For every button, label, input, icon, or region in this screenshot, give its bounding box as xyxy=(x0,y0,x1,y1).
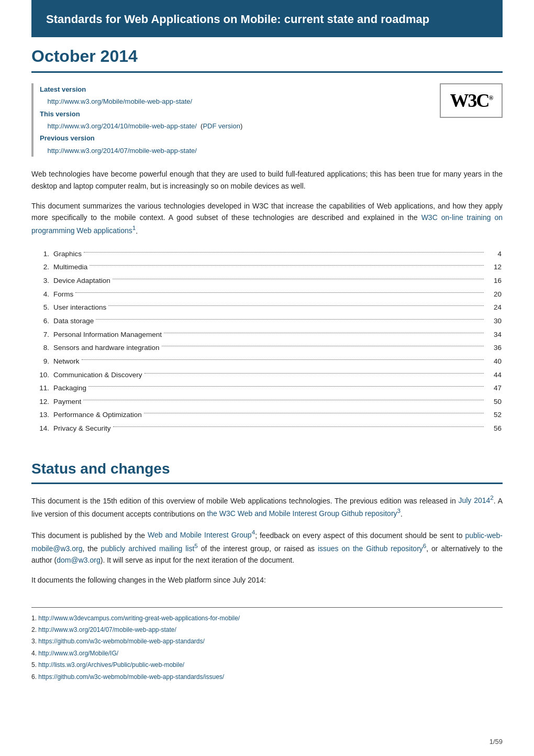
archived-list-link[interactable]: publicly archived mailing list5 xyxy=(101,544,198,553)
footnote-item: 1. http://www.w3devcampus.com/writing-gr… xyxy=(31,613,503,623)
toc-dots xyxy=(162,339,484,346)
intro-p1: Web technologies have become powerful en… xyxy=(31,168,503,192)
footnote-item: 3. https://github.com/w3c-webmob/mobile-… xyxy=(31,636,503,647)
toc-num: 5. xyxy=(32,301,53,314)
latest-version-label: Latest version xyxy=(40,85,86,93)
toc-label[interactable]: Graphics xyxy=(53,247,82,261)
this-version-link[interactable]: http://www.w3.org/2014/10/mobile-web-app… xyxy=(47,122,196,130)
footnote-link[interactable]: http://www.w3.org/2014/07/mobile-web-app… xyxy=(38,626,176,633)
toc-dots xyxy=(96,312,484,320)
toc-page: 16 xyxy=(486,274,502,288)
toc-num: 13. xyxy=(32,408,53,422)
footnote-item: 6. https://github.com/w3c-webmob/mobile-… xyxy=(31,672,503,682)
document-date: October 2014 xyxy=(31,47,503,66)
page-number: 1/59 xyxy=(490,738,503,746)
this-version-url-row: http://www.w3.org/2014/10/mobile-web-app… xyxy=(40,120,242,132)
w3c-logo: W3C® xyxy=(440,83,503,118)
web-mobile-ig-link[interactable]: Web and Mobile Interest Group4 xyxy=(148,531,255,539)
footnote-link[interactable]: https://github.com/w3c-webmob/mobile-web… xyxy=(38,673,224,681)
previous-version-label: Previous version xyxy=(40,134,95,142)
toc-page: 12 xyxy=(486,260,502,274)
header-banner: Standards for Web Applications on Mobile… xyxy=(31,0,503,37)
toc-page: 44 xyxy=(486,368,502,382)
toc-num: 11. xyxy=(32,381,53,395)
toc-num: 2. xyxy=(32,260,53,274)
toc-item: 14. Privacy & Security 56 xyxy=(31,422,503,435)
toc-label[interactable]: Forms xyxy=(53,288,73,301)
footnote-item: 4. http://www.w3.org/Mobile/IG/ xyxy=(31,648,503,659)
github-issues-link[interactable]: issues on the Github repository6 xyxy=(318,544,426,553)
toc-num: 1. xyxy=(32,247,53,261)
footnote-link[interactable]: https://github.com/w3c-webmob/mobile-web… xyxy=(38,638,204,645)
toc-page: 34 xyxy=(486,328,502,342)
toc-num: 8. xyxy=(32,341,53,355)
latest-version-link[interactable]: http://www.w3.org/Mobile/mobile-web-app-… xyxy=(47,97,192,105)
toc-page: 40 xyxy=(486,355,502,368)
previous-version-link[interactable]: http://www.w3.org/2014/07/mobile-web-app… xyxy=(47,147,196,155)
previous-version-row: Previous version xyxy=(40,132,242,144)
footnote-num: 3. xyxy=(31,638,37,645)
toc-page: 36 xyxy=(486,341,502,355)
pdf-version-link[interactable]: PDF version xyxy=(203,122,240,130)
status-p3: It documents the following changes in th… xyxy=(31,574,503,586)
toc-num: 7. xyxy=(32,328,53,342)
footnote-num: 5. xyxy=(31,661,37,669)
date-section: October 2014 xyxy=(31,37,503,73)
toc-num: 3. xyxy=(32,274,53,288)
toc-num: 9. xyxy=(32,355,53,368)
toc-dots xyxy=(90,258,484,266)
toc-dots xyxy=(88,379,484,387)
toc-dots xyxy=(83,393,484,400)
toc-dots xyxy=(113,420,484,427)
toc-page: 50 xyxy=(486,395,502,409)
latest-version-row: Latest version xyxy=(40,83,242,95)
intro-p2-end: . xyxy=(136,226,138,235)
footnote-link[interactable]: http://www.w3devcampus.com/writing-great… xyxy=(38,615,240,622)
footnotes: 1. http://www.w3devcampus.com/writing-gr… xyxy=(31,607,503,682)
toc-dots xyxy=(82,353,484,360)
this-version-row: This version xyxy=(40,108,242,120)
status-p1: This document is the 15th edition of thi… xyxy=(31,494,503,520)
page: Standards for Web Applications on Mobile… xyxy=(0,0,534,756)
toc-label[interactable]: Personal Information Management xyxy=(53,328,162,342)
footnote-item: 5. http://lists.w3.org/Archives/Public/p… xyxy=(31,660,503,670)
toc-label[interactable]: Packaging xyxy=(53,381,86,395)
toc-label[interactable]: Multimedia xyxy=(53,260,87,274)
version-info-container: Latest version http://www.w3.org/Mobile/… xyxy=(31,83,503,157)
footnote-num: 2. xyxy=(31,626,37,633)
status-p2: This document is published by the Web an… xyxy=(31,528,503,566)
toc-label[interactable]: Network xyxy=(53,355,80,368)
footnote-link[interactable]: http://www.w3.org/Mobile/IG/ xyxy=(38,650,118,657)
toc-dots xyxy=(144,406,484,413)
toc-page: 30 xyxy=(486,314,502,328)
footnote-num: 6. xyxy=(31,673,37,681)
this-version-label: This version xyxy=(40,110,80,118)
july-2014-link[interactable]: July 20142 xyxy=(458,496,493,505)
w3c-logo-text: W3C® xyxy=(450,90,493,112)
toc-dots xyxy=(113,272,484,279)
status-section-heading: Status and changes xyxy=(31,451,503,484)
toc-num: 14. xyxy=(32,422,53,435)
footnote-link[interactable]: http://lists.w3.org/Archives/Public/publ… xyxy=(38,661,184,669)
footnote-item: 2. http://www.w3.org/2014/07/mobile-web-… xyxy=(31,624,503,635)
footnote-num: 4. xyxy=(31,650,37,657)
toc-page: 47 xyxy=(486,381,502,395)
page-title: Standards for Web Applications on Mobile… xyxy=(46,12,488,28)
toc-num: 6. xyxy=(32,314,53,328)
status-heading-text: Status and changes xyxy=(31,461,503,477)
intro-p2: This document summarizes the various tec… xyxy=(31,200,503,237)
dom-email-link[interactable]: dom@w3.org xyxy=(57,556,100,564)
toc-label[interactable]: Payment xyxy=(53,395,81,409)
toc-dots xyxy=(108,299,484,306)
toc-num: 10. xyxy=(32,368,53,382)
github-repo-link[interactable]: the W3C Web and Mobile Interest Group Gi… xyxy=(207,509,400,518)
toc-page: 56 xyxy=(486,422,502,435)
toc-page: 52 xyxy=(486,408,502,422)
toc-dots xyxy=(75,286,484,293)
toc-label[interactable]: Data storage xyxy=(53,314,94,328)
version-info-box: Latest version http://www.w3.org/Mobile/… xyxy=(31,83,242,157)
previous-version-url-row: http://www.w3.org/2014/07/mobile-web-app… xyxy=(40,145,242,157)
toc-page: 20 xyxy=(486,288,502,301)
toc-num: 4. xyxy=(32,288,53,301)
toc-label[interactable]: Privacy & Security xyxy=(53,422,111,435)
